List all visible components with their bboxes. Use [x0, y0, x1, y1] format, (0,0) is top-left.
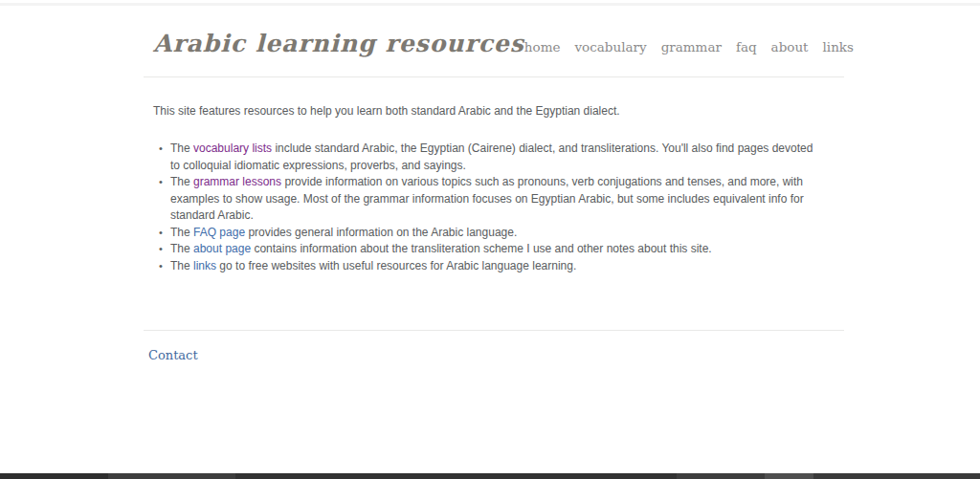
vocabulary-lists-link[interactable]: vocabulary lists — [193, 142, 272, 155]
nav-home[interactable]: home — [524, 39, 561, 54]
site-header: Arabic learning resources home vocabular… — [144, 0, 844, 57]
nav-grammar[interactable]: grammar — [661, 39, 722, 54]
nav-links[interactable]: links — [823, 39, 854, 54]
nav-faq[interactable]: faq — [736, 39, 757, 54]
nav-about[interactable]: about — [771, 39, 809, 54]
bullet-suffix: provides general information on the Arab… — [245, 226, 517, 239]
page-container: Arabic learning resources home vocabular… — [144, 0, 844, 362]
list-item: The vocabulary lists include standard Ar… — [159, 141, 823, 174]
bullet-suffix: go to free websites with useful resource… — [216, 259, 576, 272]
bullet-suffix: contains information about the translite… — [251, 242, 712, 255]
links-link[interactable]: links — [193, 259, 216, 272]
bullet-prefix: The — [170, 142, 193, 155]
site-title: Arabic learning resources — [144, 30, 524, 57]
list-item: The links go to free websites with usefu… — [159, 258, 823, 275]
faq-page-link[interactable]: FAQ page — [193, 226, 245, 239]
contact-link[interactable]: Contact — [148, 348, 198, 362]
list-item: The FAQ page provides general informatio… — [159, 225, 823, 242]
bottom-edge-bar — [0, 473, 980, 479]
intro-text: This site features resources to help you… — [153, 104, 844, 119]
about-page-link[interactable]: about page — [193, 242, 251, 255]
list-item: The about page contains information abou… — [159, 241, 823, 258]
grammar-lessons-link[interactable]: grammar lessons — [193, 175, 281, 188]
bullet-prefix: The — [170, 175, 193, 188]
bullet-prefix: The — [170, 259, 193, 272]
main-nav: home vocabulary grammar faq about links — [524, 39, 854, 57]
list-item: The grammar lessons provide information … — [159, 174, 823, 225]
bullet-prefix: The — [170, 226, 193, 239]
main-content: This site features resources to help you… — [144, 104, 844, 274]
nav-vocabulary[interactable]: vocabulary — [574, 39, 646, 54]
bullet-prefix: The — [170, 242, 193, 255]
site-footer: Contact — [144, 348, 844, 362]
features-list: The vocabulary lists include standard Ar… — [159, 141, 823, 274]
header-divider — [144, 76, 844, 77]
footer-divider — [144, 330, 844, 331]
